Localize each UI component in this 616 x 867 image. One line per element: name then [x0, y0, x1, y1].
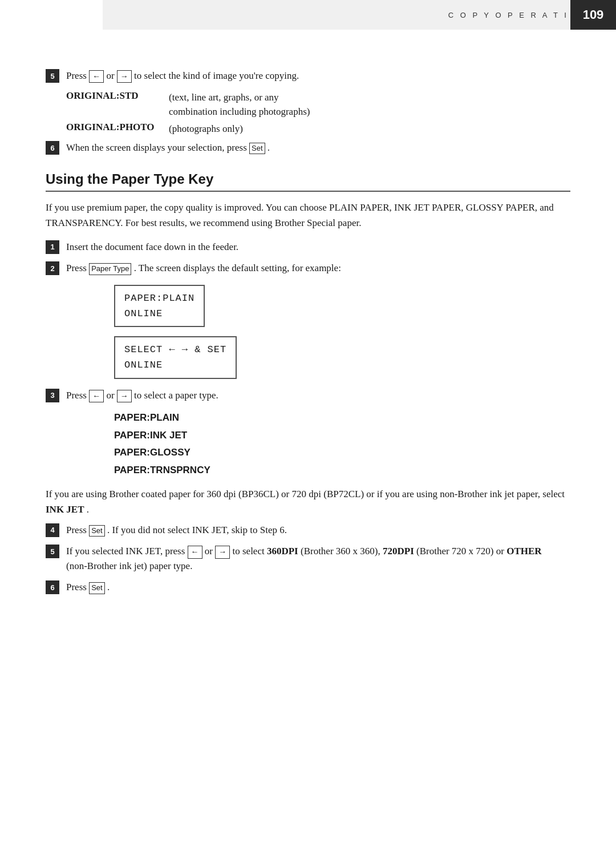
original-photo-desc: (photographs only): [169, 122, 243, 136]
main-content: 5 Press ← or → to select the kind of ima…: [46, 68, 570, 595]
page: C O P Y O P E R A T I O N S 109 5 Press …: [0, 0, 616, 867]
step-num-6: 6: [46, 141, 59, 155]
using-step-num-4: 4: [46, 523, 59, 537]
step5-suffix: to select the kind of image you're copyi…: [134, 70, 299, 81]
using-step-5: 5 If you selected INK JET, press ← or → …: [46, 544, 570, 573]
using-step-2: 2 Press Paper Type . The screen displays…: [46, 261, 570, 276]
original-block: ORIGINAL:STD (text, line art, graphs, or…: [66, 90, 570, 136]
step5b-left-arrow-icon: ←: [188, 546, 202, 558]
lcd-display-1: PAPER:PLAIN ONLINE: [114, 283, 570, 329]
using-step-2-text: Press Paper Type . The screen displays t…: [66, 261, 570, 276]
original-photo-row: ORIGINAL:PHOTO (photographs only): [66, 122, 570, 136]
paper-type-ink-jet: PAPER:INK JET: [114, 427, 570, 445]
step-5-text: Press ← or → to select the kind of image…: [66, 68, 570, 83]
paper-type-glossy: PAPER:GLOSSY: [114, 444, 570, 462]
step4-set-key-btn: Set: [89, 525, 105, 537]
using-step-num-6: 6: [46, 580, 59, 594]
lcd-box-1: PAPER:PLAIN ONLINE: [114, 285, 205, 327]
page-inner: C O P Y O P E R A T I O N S 109 5 Press …: [0, 0, 616, 867]
using-step-4: 4 Press Set . If you did not select INK …: [46, 523, 570, 538]
right-arrow-icon: →: [117, 70, 132, 83]
step-6-set: 6 When the screen displays your selectio…: [46, 140, 570, 155]
original-std-label: ORIGINAL:STD: [66, 90, 169, 102]
ink-jet-bold: INK JET: [46, 504, 84, 515]
step6-set-key-btn: Set: [89, 582, 105, 594]
step-5-original: 5 Press ← or → to select the kind of ima…: [46, 68, 570, 83]
step-6-text: When the screen displays your selection,…: [66, 140, 570, 155]
using-step-5-text: If you selected INK JET, press ← or → to…: [66, 544, 570, 573]
step5b-right-arrow-icon: →: [215, 546, 230, 558]
set-key-btn: Set: [249, 143, 265, 154]
step5-or: or: [106, 70, 116, 81]
using-step-4-text: Press Set . If you did not select INK JE…: [66, 523, 570, 538]
original-std-row: ORIGINAL:STD (text, line art, graphs, or…: [66, 90, 570, 119]
using-step-num-3: 3: [46, 389, 59, 402]
paper-type-trnsprncy: PAPER:TRNSPRNCY: [114, 462, 570, 479]
lcd-box-2: SELECT ← → & SET ONLINE: [114, 336, 237, 378]
paper-type-plain: PAPER:PLAIN: [114, 409, 570, 427]
using-step-3: 3 Press ← or → to select a paper type.: [46, 388, 570, 403]
720dpi-bold: 720DPI: [383, 546, 414, 557]
step-num-5: 5: [46, 69, 59, 83]
section-heading: Using the Paper Type Key: [46, 171, 570, 192]
using-step-6-text: Press Set .: [66, 580, 570, 595]
page-number: 109: [583, 7, 604, 22]
using-step-num-2: 2: [46, 261, 59, 275]
coated-paper-text: If you are using Brother coated paper fo…: [46, 486, 570, 517]
using-step-6: 6 Press Set .: [46, 580, 570, 595]
paper-type-key-btn: Paper Type: [89, 263, 131, 275]
using-step-num-5: 5: [46, 545, 59, 558]
paper-type-list: PAPER:PLAIN PAPER:INK JET PAPER:GLOSSY P…: [114, 409, 570, 479]
step3-right-arrow-icon: →: [117, 390, 132, 402]
original-photo-label: ORIGINAL:PHOTO: [66, 122, 169, 133]
other-bold: OTHER: [506, 546, 541, 557]
using-step-1-text: Insert the document face down in the fee…: [66, 240, 570, 255]
header-bar: C O P Y O P E R A T I O N S: [103, 0, 616, 30]
lcd-display-2: SELECT ← → & SET ONLINE: [114, 334, 570, 381]
360dpi-bold: 360DPI: [267, 546, 298, 557]
using-step-num-1: 1: [46, 240, 59, 254]
section-intro: If you use premium paper, the copy quali…: [46, 200, 570, 231]
step3-left-arrow-icon: ←: [89, 390, 104, 402]
page-number-box: 109: [570, 0, 616, 30]
using-step-3-text: Press ← or → to select a paper type.: [66, 388, 570, 403]
left-arrow-icon: ←: [89, 70, 104, 83]
original-std-desc: (text, line art, graphs, or any combinat…: [169, 90, 310, 119]
step5-press: Press: [66, 70, 87, 81]
using-step-1: 1 Insert the document face down in the f…: [46, 240, 570, 255]
